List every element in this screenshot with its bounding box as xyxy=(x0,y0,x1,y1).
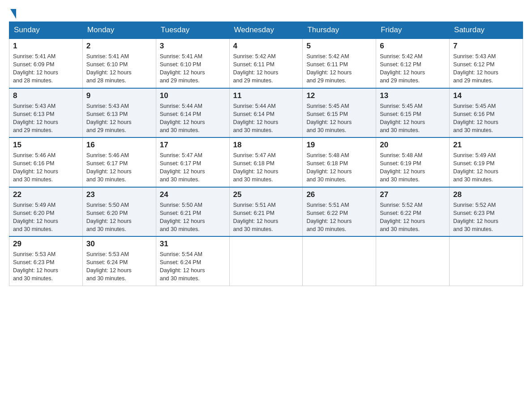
calendar-cell: 8Sunrise: 5:43 AMSunset: 6:13 PMDaylight… xyxy=(9,88,83,138)
day-info: Sunrise: 5:52 AMSunset: 6:23 PMDaylight:… xyxy=(453,201,519,234)
day-number: 11 xyxy=(233,91,299,100)
calendar-cell: 10Sunrise: 5:44 AMSunset: 6:14 PMDayligh… xyxy=(156,88,229,138)
day-number: 20 xyxy=(380,141,446,150)
day-number: 13 xyxy=(380,91,446,100)
day-info: Sunrise: 5:45 AMSunset: 6:15 PMDaylight:… xyxy=(380,102,446,135)
day-info: Sunrise: 5:46 AMSunset: 6:16 PMDaylight:… xyxy=(13,151,79,184)
calendar-week-5: 29Sunrise: 5:53 AMSunset: 6:23 PMDayligh… xyxy=(9,236,523,286)
calendar-table: SundayMondayTuesdayWednesdayThursdayFrid… xyxy=(9,21,523,286)
calendar-cell: 18Sunrise: 5:47 AMSunset: 6:18 PMDayligh… xyxy=(229,137,303,187)
day-number: 2 xyxy=(86,42,152,51)
calendar-week-3: 15Sunrise: 5:46 AMSunset: 6:16 PMDayligh… xyxy=(9,137,523,187)
calendar-header-monday: Monday xyxy=(82,22,156,39)
day-info: Sunrise: 5:52 AMSunset: 6:22 PMDaylight:… xyxy=(380,201,446,234)
calendar-header-row: SundayMondayTuesdayWednesdayThursdayFrid… xyxy=(9,22,523,39)
day-info: Sunrise: 5:53 AMSunset: 6:24 PMDaylight:… xyxy=(86,250,152,283)
calendar-week-1: 1Sunrise: 5:41 AMSunset: 6:09 PMDaylight… xyxy=(9,39,523,88)
calendar-header-friday: Friday xyxy=(376,22,450,39)
day-info: Sunrise: 5:46 AMSunset: 6:17 PMDaylight:… xyxy=(86,151,152,184)
calendar-cell xyxy=(376,236,450,286)
day-number: 31 xyxy=(160,240,226,248)
day-info: Sunrise: 5:48 AMSunset: 6:18 PMDaylight:… xyxy=(306,151,372,184)
day-info: Sunrise: 5:48 AMSunset: 6:19 PMDaylight:… xyxy=(380,151,446,184)
day-number: 9 xyxy=(86,91,152,100)
day-number: 25 xyxy=(233,190,299,199)
calendar-cell: 12Sunrise: 5:45 AMSunset: 6:15 PMDayligh… xyxy=(303,88,376,138)
day-info: Sunrise: 5:45 AMSunset: 6:15 PMDaylight:… xyxy=(306,102,372,135)
day-number: 22 xyxy=(13,190,79,199)
calendar-cell: 25Sunrise: 5:51 AMSunset: 6:21 PMDayligh… xyxy=(229,187,303,237)
day-info: Sunrise: 5:45 AMSunset: 6:16 PMDaylight:… xyxy=(453,102,519,135)
day-number: 29 xyxy=(13,240,79,248)
calendar-cell: 2Sunrise: 5:41 AMSunset: 6:10 PMDaylight… xyxy=(82,39,156,88)
calendar-header-saturday: Saturday xyxy=(450,22,523,39)
day-number: 24 xyxy=(160,190,226,199)
calendar-cell: 19Sunrise: 5:48 AMSunset: 6:18 PMDayligh… xyxy=(303,137,376,187)
day-info: Sunrise: 5:41 AMSunset: 6:09 PMDaylight:… xyxy=(13,52,79,85)
calendar-cell: 17Sunrise: 5:47 AMSunset: 6:17 PMDayligh… xyxy=(156,137,229,187)
day-number: 3 xyxy=(160,42,226,51)
calendar-cell: 9Sunrise: 5:43 AMSunset: 6:13 PMDaylight… xyxy=(82,88,156,138)
day-info: Sunrise: 5:44 AMSunset: 6:14 PMDaylight:… xyxy=(160,102,226,135)
day-info: Sunrise: 5:42 AMSunset: 6:11 PMDaylight:… xyxy=(233,52,299,85)
day-info: Sunrise: 5:51 AMSunset: 6:22 PMDaylight:… xyxy=(306,201,372,234)
day-info: Sunrise: 5:41 AMSunset: 6:10 PMDaylight:… xyxy=(86,52,152,85)
calendar-header-wednesday: Wednesday xyxy=(229,22,303,39)
day-number: 21 xyxy=(453,141,519,150)
calendar-cell: 15Sunrise: 5:46 AMSunset: 6:16 PMDayligh… xyxy=(9,137,83,187)
day-number: 14 xyxy=(453,91,519,100)
calendar-cell: 3Sunrise: 5:41 AMSunset: 6:10 PMDaylight… xyxy=(156,39,229,88)
day-info: Sunrise: 5:43 AMSunset: 6:13 PMDaylight:… xyxy=(13,102,79,135)
calendar-cell: 24Sunrise: 5:50 AMSunset: 6:21 PMDayligh… xyxy=(156,187,229,237)
calendar-cell: 22Sunrise: 5:49 AMSunset: 6:20 PMDayligh… xyxy=(9,187,83,237)
calendar-cell: 21Sunrise: 5:49 AMSunset: 6:19 PMDayligh… xyxy=(450,137,523,187)
day-number: 28 xyxy=(453,190,519,199)
day-number: 27 xyxy=(380,190,446,199)
calendar-cell: 20Sunrise: 5:48 AMSunset: 6:19 PMDayligh… xyxy=(376,137,450,187)
calendar-cell: 6Sunrise: 5:42 AMSunset: 6:12 PMDaylight… xyxy=(376,39,450,88)
calendar-cell: 30Sunrise: 5:53 AMSunset: 6:24 PMDayligh… xyxy=(82,236,156,286)
calendar-cell: 11Sunrise: 5:44 AMSunset: 6:14 PMDayligh… xyxy=(229,88,303,138)
day-info: Sunrise: 5:41 AMSunset: 6:10 PMDaylight:… xyxy=(160,52,226,85)
day-number: 17 xyxy=(160,141,226,150)
calendar-cell: 28Sunrise: 5:52 AMSunset: 6:23 PMDayligh… xyxy=(450,187,523,237)
calendar-cell: 16Sunrise: 5:46 AMSunset: 6:17 PMDayligh… xyxy=(82,137,156,187)
day-number: 1 xyxy=(13,42,79,51)
day-info: Sunrise: 5:44 AMSunset: 6:14 PMDaylight:… xyxy=(233,102,299,135)
day-info: Sunrise: 5:42 AMSunset: 6:11 PMDaylight:… xyxy=(306,52,372,85)
day-number: 7 xyxy=(453,42,519,51)
day-number: 4 xyxy=(233,42,299,51)
day-number: 19 xyxy=(306,141,372,150)
logo xyxy=(9,9,16,17)
day-info: Sunrise: 5:51 AMSunset: 6:21 PMDaylight:… xyxy=(233,201,299,234)
day-number: 8 xyxy=(13,91,79,100)
day-number: 16 xyxy=(86,141,152,150)
calendar-cell: 23Sunrise: 5:50 AMSunset: 6:20 PMDayligh… xyxy=(82,187,156,237)
day-number: 15 xyxy=(13,141,79,150)
calendar-cell: 27Sunrise: 5:52 AMSunset: 6:22 PMDayligh… xyxy=(376,187,450,237)
calendar-week-4: 22Sunrise: 5:49 AMSunset: 6:20 PMDayligh… xyxy=(9,187,523,237)
page-header xyxy=(9,9,523,17)
calendar-cell: 1Sunrise: 5:41 AMSunset: 6:09 PMDaylight… xyxy=(9,39,83,88)
day-info: Sunrise: 5:50 AMSunset: 6:20 PMDaylight:… xyxy=(86,201,152,234)
day-info: Sunrise: 5:42 AMSunset: 6:12 PMDaylight:… xyxy=(380,52,446,85)
day-info: Sunrise: 5:49 AMSunset: 6:20 PMDaylight:… xyxy=(13,201,79,234)
day-number: 12 xyxy=(306,91,372,100)
calendar-cell xyxy=(450,236,523,286)
calendar-cell: 14Sunrise: 5:45 AMSunset: 6:16 PMDayligh… xyxy=(450,88,523,138)
calendar-cell: 26Sunrise: 5:51 AMSunset: 6:22 PMDayligh… xyxy=(303,187,376,237)
day-info: Sunrise: 5:54 AMSunset: 6:24 PMDaylight:… xyxy=(160,250,226,283)
day-number: 23 xyxy=(86,190,152,199)
calendar-cell: 7Sunrise: 5:43 AMSunset: 6:12 PMDaylight… xyxy=(450,39,523,88)
day-number: 6 xyxy=(380,42,446,51)
calendar-cell xyxy=(229,236,303,286)
day-info: Sunrise: 5:43 AMSunset: 6:13 PMDaylight:… xyxy=(86,102,152,135)
calendar-cell: 13Sunrise: 5:45 AMSunset: 6:15 PMDayligh… xyxy=(376,88,450,138)
calendar-week-2: 8Sunrise: 5:43 AMSunset: 6:13 PMDaylight… xyxy=(9,88,523,138)
day-number: 26 xyxy=(306,190,372,199)
day-info: Sunrise: 5:50 AMSunset: 6:21 PMDaylight:… xyxy=(160,201,226,234)
day-number: 10 xyxy=(160,91,226,100)
calendar-cell: 4Sunrise: 5:42 AMSunset: 6:11 PMDaylight… xyxy=(229,39,303,88)
logo-triangle-icon xyxy=(10,9,16,19)
day-info: Sunrise: 5:49 AMSunset: 6:19 PMDaylight:… xyxy=(453,151,519,184)
